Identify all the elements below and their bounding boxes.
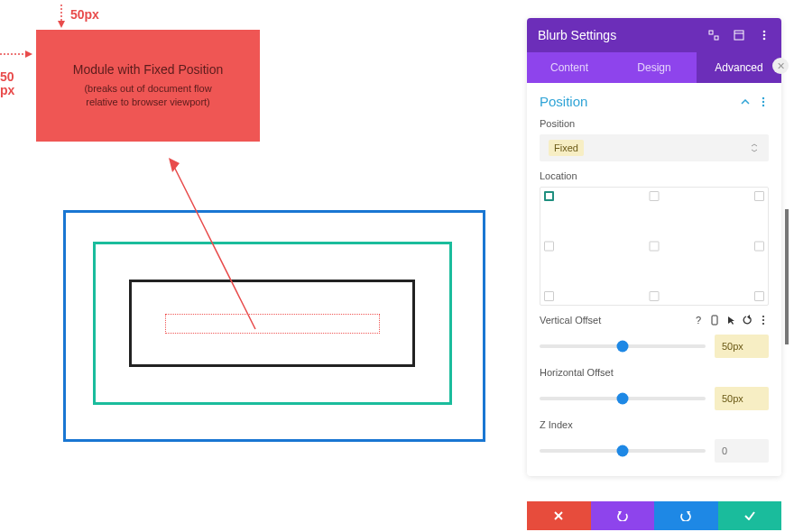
expand-icon[interactable] — [707, 29, 720, 41]
panel-tabs: Content Design Advanced — [527, 52, 781, 83]
more-icon[interactable] — [758, 29, 771, 41]
position-label: Position — [540, 118, 769, 129]
location-center-right[interactable] — [754, 242, 764, 252]
svg-marker-3 — [25, 50, 32, 58]
chevron-up-icon[interactable] — [740, 96, 751, 107]
svg-point-15 — [762, 104, 764, 105]
location-bottom-left[interactable] — [544, 291, 554, 301]
field-more-icon[interactable] — [758, 315, 769, 326]
panel-title: Blurb Settings — [538, 28, 616, 42]
redo-button[interactable] — [654, 501, 718, 530]
save-button[interactable] — [718, 501, 782, 530]
svg-point-13 — [762, 96, 764, 98]
section-more-icon[interactable] — [758, 96, 769, 107]
location-top-left[interactable] — [544, 191, 554, 201]
svg-point-11 — [763, 34, 766, 37]
undo-button[interactable] — [591, 501, 655, 530]
svg-point-12 — [763, 38, 766, 41]
vertical-offset-label: Vertical Offset — [540, 315, 601, 326]
module-fixed-position-box: Module with Fixed Position (breaks out o… — [36, 30, 260, 142]
annotation-top-label: 50px — [70, 7, 99, 22]
horizontal-offset-value[interactable]: 50px — [715, 387, 769, 410]
wireframe-icon[interactable] — [733, 29, 745, 41]
svg-marker-18 — [747, 315, 750, 319]
svg-point-14 — [762, 100, 764, 102]
hover-icon[interactable] — [725, 315, 736, 326]
tab-design[interactable]: Design — [612, 52, 697, 83]
close-icon[interactable]: ✕ — [772, 58, 789, 74]
z-index-label: Z Index — [540, 419, 769, 430]
horizontal-offset-slider[interactable] — [540, 397, 706, 400]
location-grid[interactable] — [540, 187, 769, 306]
cancel-button[interactable] — [527, 501, 591, 530]
location-center-left[interactable] — [544, 242, 554, 252]
svg-point-21 — [762, 323, 764, 325]
vertical-offset-slider[interactable] — [540, 344, 706, 348]
svg-point-20 — [762, 319, 764, 321]
annotation-top-arrow — [57, 5, 66, 28]
annotation-left-arrow — [0, 50, 32, 59]
vertical-offset-value[interactable]: 50px — [715, 335, 769, 358]
tab-content[interactable]: Content — [527, 52, 612, 83]
section-position-title[interactable]: Position — [540, 94, 587, 109]
tab-advanced[interactable]: Advanced — [697, 52, 781, 83]
location-bottom-right[interactable] — [754, 291, 764, 301]
help-icon[interactable]: ? — [693, 315, 704, 326]
location-bottom-center[interactable] — [650, 291, 660, 301]
horizontal-offset-label: Horizontal Offset — [540, 367, 769, 378]
reset-icon[interactable] — [742, 315, 752, 326]
responsive-phone-icon[interactable] — [709, 315, 720, 326]
annotation-left-label: 50px — [0, 70, 14, 98]
settings-panel: Blurb Settings Content Design Advanced P… — [527, 18, 781, 476]
svg-marker-17 — [728, 316, 734, 325]
location-top-center[interactable] — [650, 191, 660, 201]
svg-rect-6 — [709, 31, 713, 34]
svg-point-19 — [762, 316, 764, 317]
location-center-center[interactable] — [650, 242, 660, 252]
position-select-value: Fixed — [549, 140, 584, 156]
svg-marker-5 — [169, 158, 180, 172]
svg-point-10 — [763, 31, 766, 33]
panel-footer — [527, 501, 781, 530]
location-top-right[interactable] — [754, 191, 764, 201]
svg-rect-8 — [734, 31, 743, 40]
svg-marker-1 — [58, 21, 65, 28]
scrollbar[interactable] — [785, 209, 789, 344]
svg-rect-16 — [712, 316, 717, 325]
select-caret-icon — [749, 142, 760, 153]
module-title: Module with Fixed Position — [73, 62, 224, 77]
z-index-slider[interactable] — [540, 449, 706, 453]
module-subtitle: (breaks out of document flowrelative to … — [84, 82, 211, 110]
position-select[interactable]: Fixed — [540, 134, 769, 161]
svg-rect-7 — [715, 36, 718, 40]
z-index-value[interactable]: 0 — [715, 439, 769, 463]
svg-line-4 — [174, 167, 255, 329]
location-label: Location — [540, 170, 769, 181]
origin-arrow — [165, 158, 264, 338]
panel-header: Blurb Settings — [527, 18, 781, 52]
